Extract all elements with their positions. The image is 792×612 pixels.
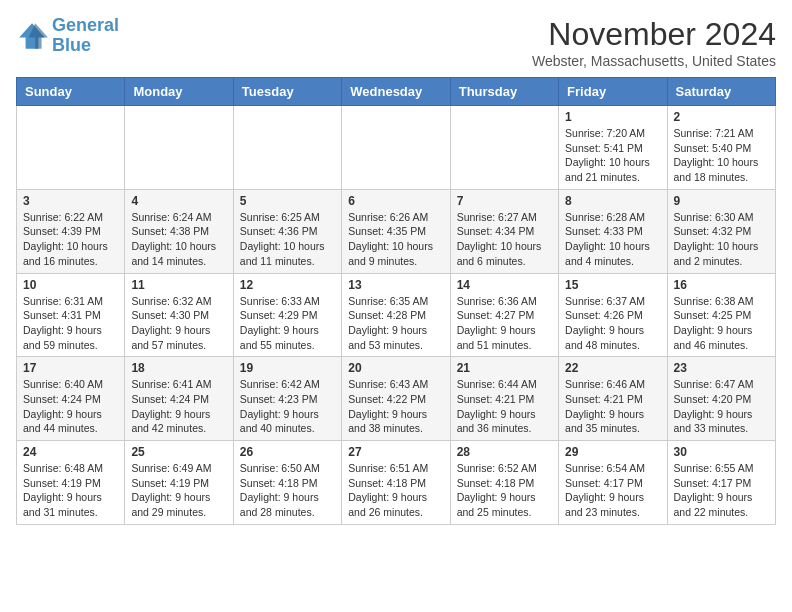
- calendar-cell: 20Sunrise: 6:43 AMSunset: 4:22 PMDayligh…: [342, 357, 450, 441]
- calendar-cell: 1Sunrise: 7:20 AMSunset: 5:41 PMDaylight…: [559, 106, 667, 190]
- day-info: Sunrise: 6:32 AM: [131, 294, 226, 309]
- day-info: Sunset: 4:30 PM: [131, 308, 226, 323]
- day-info: Daylight: 10 hours and 4 minutes.: [565, 239, 660, 268]
- day-info: Sunset: 4:39 PM: [23, 224, 118, 239]
- day-number: 12: [240, 278, 335, 292]
- day-info: Daylight: 10 hours and 9 minutes.: [348, 239, 443, 268]
- day-info: Sunrise: 6:31 AM: [23, 294, 118, 309]
- day-info: Sunrise: 6:46 AM: [565, 377, 660, 392]
- day-info: Daylight: 10 hours and 18 minutes.: [674, 155, 769, 184]
- day-number: 24: [23, 445, 118, 459]
- day-info: Sunrise: 6:24 AM: [131, 210, 226, 225]
- day-number: 18: [131, 361, 226, 375]
- day-info: Sunrise: 6:55 AM: [674, 461, 769, 476]
- day-header-thursday: Thursday: [450, 78, 558, 106]
- calendar-cell: 25Sunrise: 6:49 AMSunset: 4:19 PMDayligh…: [125, 441, 233, 525]
- day-number: 1: [565, 110, 660, 124]
- calendar-week-row: 10Sunrise: 6:31 AMSunset: 4:31 PMDayligh…: [17, 273, 776, 357]
- calendar-week-row: 17Sunrise: 6:40 AMSunset: 4:24 PMDayligh…: [17, 357, 776, 441]
- day-number: 25: [131, 445, 226, 459]
- day-number: 20: [348, 361, 443, 375]
- day-info: Sunrise: 6:35 AM: [348, 294, 443, 309]
- day-info: Daylight: 9 hours and 22 minutes.: [674, 490, 769, 519]
- day-info: Sunrise: 6:49 AM: [131, 461, 226, 476]
- day-info: Sunset: 4:19 PM: [131, 476, 226, 491]
- day-info: Sunset: 4:18 PM: [457, 476, 552, 491]
- day-info: Sunrise: 6:40 AM: [23, 377, 118, 392]
- day-info: Daylight: 9 hours and 23 minutes.: [565, 490, 660, 519]
- day-info: Sunrise: 6:38 AM: [674, 294, 769, 309]
- calendar-cell: [17, 106, 125, 190]
- day-info: Sunrise: 7:21 AM: [674, 126, 769, 141]
- day-info: Sunrise: 6:52 AM: [457, 461, 552, 476]
- calendar-cell: [342, 106, 450, 190]
- day-header-monday: Monday: [125, 78, 233, 106]
- day-number: 14: [457, 278, 552, 292]
- day-info: Sunset: 4:29 PM: [240, 308, 335, 323]
- logo-icon: [16, 20, 48, 52]
- logo-text: General Blue: [52, 16, 119, 56]
- day-info: Sunset: 4:38 PM: [131, 224, 226, 239]
- day-number: 5: [240, 194, 335, 208]
- day-info: Daylight: 9 hours and 28 minutes.: [240, 490, 335, 519]
- calendar-cell: 16Sunrise: 6:38 AMSunset: 4:25 PMDayligh…: [667, 273, 775, 357]
- day-info: Sunset: 4:25 PM: [674, 308, 769, 323]
- day-info: Daylight: 9 hours and 40 minutes.: [240, 407, 335, 436]
- day-info: Sunrise: 6:30 AM: [674, 210, 769, 225]
- day-info: Sunset: 4:21 PM: [457, 392, 552, 407]
- calendar-cell: 28Sunrise: 6:52 AMSunset: 4:18 PMDayligh…: [450, 441, 558, 525]
- day-info: Sunset: 4:22 PM: [348, 392, 443, 407]
- day-info: Daylight: 9 hours and 48 minutes.: [565, 323, 660, 352]
- calendar-cell: [450, 106, 558, 190]
- day-info: Sunrise: 6:47 AM: [674, 377, 769, 392]
- day-info: Sunset: 4:21 PM: [565, 392, 660, 407]
- day-header-saturday: Saturday: [667, 78, 775, 106]
- calendar-cell: 4Sunrise: 6:24 AMSunset: 4:38 PMDaylight…: [125, 189, 233, 273]
- day-number: 8: [565, 194, 660, 208]
- day-info: Sunset: 4:18 PM: [348, 476, 443, 491]
- day-number: 13: [348, 278, 443, 292]
- day-info: Sunrise: 7:20 AM: [565, 126, 660, 141]
- day-info: Daylight: 9 hours and 53 minutes.: [348, 323, 443, 352]
- day-info: Sunrise: 6:51 AM: [348, 461, 443, 476]
- day-info: Daylight: 9 hours and 36 minutes.: [457, 407, 552, 436]
- day-number: 27: [348, 445, 443, 459]
- calendar-cell: 21Sunrise: 6:44 AMSunset: 4:21 PMDayligh…: [450, 357, 558, 441]
- day-info: Sunset: 4:27 PM: [457, 308, 552, 323]
- calendar-cell: 12Sunrise: 6:33 AMSunset: 4:29 PMDayligh…: [233, 273, 341, 357]
- day-info: Daylight: 9 hours and 26 minutes.: [348, 490, 443, 519]
- day-info: Sunrise: 6:37 AM: [565, 294, 660, 309]
- calendar: SundayMondayTuesdayWednesdayThursdayFrid…: [16, 77, 776, 525]
- logo-line1: General: [52, 15, 119, 35]
- day-header-friday: Friday: [559, 78, 667, 106]
- day-info: Sunrise: 6:48 AM: [23, 461, 118, 476]
- day-number: 7: [457, 194, 552, 208]
- month-title: November 2024: [532, 16, 776, 53]
- day-info: Daylight: 10 hours and 21 minutes.: [565, 155, 660, 184]
- day-number: 9: [674, 194, 769, 208]
- calendar-cell: 7Sunrise: 6:27 AMSunset: 4:34 PMDaylight…: [450, 189, 558, 273]
- calendar-cell: 18Sunrise: 6:41 AMSunset: 4:24 PMDayligh…: [125, 357, 233, 441]
- calendar-cell: 15Sunrise: 6:37 AMSunset: 4:26 PMDayligh…: [559, 273, 667, 357]
- day-info: Sunset: 4:20 PM: [674, 392, 769, 407]
- day-info: Sunrise: 6:50 AM: [240, 461, 335, 476]
- day-info: Sunrise: 6:25 AM: [240, 210, 335, 225]
- calendar-cell: 22Sunrise: 6:46 AMSunset: 4:21 PMDayligh…: [559, 357, 667, 441]
- calendar-cell: 11Sunrise: 6:32 AMSunset: 4:30 PMDayligh…: [125, 273, 233, 357]
- day-info: Sunset: 4:33 PM: [565, 224, 660, 239]
- day-info: Sunset: 4:31 PM: [23, 308, 118, 323]
- day-number: 22: [565, 361, 660, 375]
- day-info: Sunset: 5:41 PM: [565, 141, 660, 156]
- day-info: Sunset: 4:35 PM: [348, 224, 443, 239]
- calendar-cell: 13Sunrise: 6:35 AMSunset: 4:28 PMDayligh…: [342, 273, 450, 357]
- calendar-cell: 17Sunrise: 6:40 AMSunset: 4:24 PMDayligh…: [17, 357, 125, 441]
- day-info: Sunset: 4:19 PM: [23, 476, 118, 491]
- day-info: Sunrise: 6:33 AM: [240, 294, 335, 309]
- day-info: Sunrise: 6:36 AM: [457, 294, 552, 309]
- day-number: 23: [674, 361, 769, 375]
- day-info: Sunset: 4:24 PM: [131, 392, 226, 407]
- day-info: Daylight: 10 hours and 16 minutes.: [23, 239, 118, 268]
- day-info: Sunset: 4:34 PM: [457, 224, 552, 239]
- day-number: 17: [23, 361, 118, 375]
- day-info: Daylight: 9 hours and 55 minutes.: [240, 323, 335, 352]
